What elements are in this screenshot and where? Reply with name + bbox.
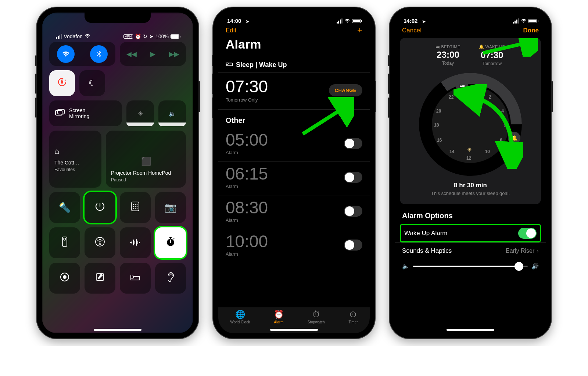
- home-label: The Cott…: [54, 160, 79, 166]
- cancel-button[interactable]: Cancel: [402, 27, 422, 34]
- location-icon: ➤: [245, 19, 250, 24]
- sleep-dial[interactable]: 0 2 4 6 8 10 12 14 16 18 20 22 ✦ ☀: [419, 73, 522, 176]
- done-button[interactable]: Done: [523, 27, 539, 34]
- signal-icon: [56, 34, 62, 39]
- svg-rect-15: [62, 237, 67, 246]
- svg-point-12: [133, 207, 134, 209]
- battery-pct: 100%: [155, 33, 169, 39]
- screen-record-button[interactable]: [49, 263, 80, 294]
- voice-memo-button[interactable]: [120, 227, 151, 258]
- alarm-toggle[interactable]: [344, 138, 362, 149]
- alarm-toggle[interactable]: [344, 206, 362, 217]
- home-sublabel: Favourites: [54, 167, 75, 172]
- connectivity-group[interactable]: [49, 42, 115, 66]
- rotation-lock-button[interactable]: [49, 70, 75, 96]
- signal-icon: [513, 18, 519, 24]
- homepod-label: Projector Room HomePod: [111, 170, 181, 176]
- signal-icon: [337, 18, 343, 24]
- wakeup-handle[interactable]: 🔔: [508, 132, 520, 144]
- bedtime-handle[interactable]: 🛏: [456, 79, 468, 92]
- duration-label: 8 hr 30 min: [405, 182, 536, 189]
- play-icon[interactable]: ▶: [150, 50, 155, 58]
- home-icon: ⌂: [54, 146, 59, 156]
- volume-row[interactable]: 🔈 🔊: [395, 259, 546, 273]
- svg-point-13: [135, 207, 136, 209]
- volume-icon: 🔈: [169, 110, 176, 117]
- alarm-row[interactable]: 05:00Alarm: [218, 128, 370, 162]
- timer-shortcut-button[interactable]: [85, 192, 115, 223]
- mirror-label: Screen Mirroring: [69, 107, 89, 119]
- svg-point-6: [133, 204, 134, 205]
- sleep-section-header: Sleep | Wake Up: [218, 57, 370, 73]
- accessibility-icon: [95, 237, 105, 249]
- location-icon: ➤: [149, 33, 154, 39]
- bell-icon: 🔔: [479, 45, 484, 49]
- accessibility-button[interactable]: [85, 227, 115, 258]
- record-icon: [60, 272, 69, 284]
- svg-point-10: [135, 206, 136, 207]
- camera-button[interactable]: 📷: [155, 192, 186, 223]
- sounds-haptics-row[interactable]: Sounds & Haptics Early Riser›: [395, 242, 546, 259]
- wake-up-alarm-row[interactable]: Wake Up Alarm: [400, 224, 541, 242]
- svg-point-18: [99, 239, 101, 240]
- stopwatch-icon: ⏱: [312, 310, 320, 319]
- svg-point-11: [137, 206, 138, 207]
- do-not-disturb-button[interactable]: ☾: [79, 70, 105, 96]
- notes-button[interactable]: [85, 263, 115, 294]
- sleep-button[interactable]: [120, 263, 151, 294]
- remote-button[interactable]: [49, 227, 80, 258]
- phone-control-center: Vodafon VPN ⏰ ↻ ➤ 100%: [37, 7, 198, 338]
- bell-icon: 🔔: [511, 135, 518, 141]
- tab-alarm[interactable]: ⏰Alarm: [274, 310, 284, 324]
- wifi-toggle[interactable]: [57, 45, 75, 63]
- calculator-icon: [131, 202, 139, 214]
- battery-icon: [171, 34, 179, 39]
- tab-stopwatch[interactable]: ⏱Stopwatch: [308, 310, 325, 324]
- forward-icon[interactable]: ▶▶: [169, 50, 179, 58]
- homepod-sublabel: Paused: [111, 177, 181, 182]
- alarm-row[interactable]: 06:15Alarm: [218, 162, 370, 195]
- media-controls[interactable]: ◀◀ ▶ ▶▶: [120, 42, 186, 66]
- tab-world-clock[interactable]: 🌐World Clock: [230, 310, 250, 324]
- svg-point-16: [64, 238, 66, 240]
- goal-message: This schedule meets your sleep goal.: [405, 191, 536, 196]
- alarm-status-icon: ⏰: [135, 33, 141, 39]
- camera-icon: 📷: [165, 202, 176, 213]
- calculator-button[interactable]: [120, 192, 151, 223]
- alarm-row[interactable]: 08:30Alarm: [218, 195, 370, 229]
- add-alarm-button[interactable]: +: [357, 27, 362, 34]
- hearing-button[interactable]: [155, 263, 186, 294]
- stopwatch-shortcut-button[interactable]: [155, 227, 186, 258]
- bluetooth-toggle[interactable]: [90, 45, 108, 63]
- other-section-header: Other: [218, 110, 370, 128]
- bedtime-block: 🛏 BEDTIME 23:00 Today: [435, 45, 460, 66]
- wake-alarm-toggle[interactable]: [518, 228, 537, 239]
- options-header: Alarm Options: [395, 204, 546, 224]
- screen-mirroring-button[interactable]: Screen Mirroring: [49, 100, 122, 126]
- wifi-icon: [344, 19, 350, 23]
- status-time: 14:00: [227, 18, 241, 24]
- battery-icon: [352, 19, 361, 23]
- stopwatch-icon: [166, 237, 175, 249]
- alarm-row[interactable]: 10:00Alarm: [218, 229, 370, 263]
- flashlight-button[interactable]: 🔦: [49, 192, 80, 223]
- svg-point-9: [133, 206, 134, 207]
- status-time: 14:02: [404, 18, 417, 24]
- brightness-slider[interactable]: ☀: [126, 100, 154, 126]
- carrier-label: Vodafon: [64, 33, 83, 39]
- home-favourites-tile[interactable]: ⌂ The Cott… Favourites: [49, 131, 101, 188]
- chevron-right-icon: ›: [537, 247, 539, 254]
- homepod-tile[interactable]: ⬛ Projector Room HomePod Paused: [106, 131, 186, 188]
- alarm-toggle[interactable]: [344, 240, 362, 251]
- edit-button[interactable]: Edit: [226, 27, 236, 34]
- tab-timer[interactable]: ⏲Timer: [348, 310, 358, 324]
- svg-point-22: [63, 275, 67, 279]
- svg-point-14: [137, 207, 138, 209]
- volume-slider[interactable]: 🔈: [158, 100, 186, 126]
- alarm-toggle[interactable]: [344, 172, 362, 183]
- rewind-icon[interactable]: ◀◀: [126, 50, 137, 58]
- change-button[interactable]: CHANGE: [329, 84, 362, 96]
- bed-icon: [226, 61, 233, 69]
- sleep-alarm-sub: Tomorrow Only: [226, 97, 268, 103]
- wifi-icon: [521, 19, 527, 23]
